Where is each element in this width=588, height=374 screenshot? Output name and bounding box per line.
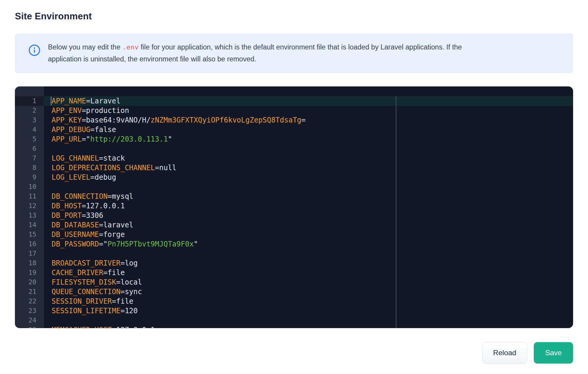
code-token-plain: =3306 — [82, 211, 103, 220]
editor-line[interactable]: 25MEMCACHED_HOST=127.0.0.1 — [15, 325, 573, 328]
code-token-key: LOG_LEVEL — [52, 173, 90, 181]
line-code[interactable]: FILESYSTEM_DISK=local — [44, 277, 573, 287]
code-token-plain: =local — [116, 278, 142, 286]
line-number: 8 — [15, 163, 44, 173]
editor-line[interactable]: 22SESSION_DRIVER=file — [15, 297, 573, 306]
line-number: 10 — [15, 182, 44, 192]
code-token-plain: " — [168, 135, 172, 143]
line-code[interactable] — [44, 249, 573, 258]
line-code[interactable]: DB_USERNAME=forge — [44, 230, 573, 239]
line-number: 19 — [15, 268, 44, 277]
code-token-plain: =base64:9vANO/H/ — [82, 116, 151, 124]
editor-line[interactable]: 20FILESYSTEM_DISK=local — [15, 277, 573, 287]
code-token-plain: = — [301, 116, 305, 124]
line-code[interactable]: LOG_LEVEL=debug — [44, 173, 573, 182]
code-token-plain: =file — [103, 269, 125, 277]
editor-line[interactable]: 9LOG_LEVEL=debug — [15, 173, 573, 182]
editor-line[interactable]: 2APP_ENV=production — [15, 106, 573, 115]
code-token-key: DB_HOST — [52, 202, 82, 210]
code-token-key: APP_DEBUG — [52, 125, 90, 134]
editor-line[interactable]: 10 — [15, 182, 573, 192]
code-token-plain: " — [194, 240, 198, 248]
line-number: 9 — [15, 173, 44, 182]
editor-line[interactable]: 6 — [15, 144, 573, 153]
editor-line[interactable]: 19CACHE_DRIVER=file — [15, 268, 573, 277]
editor-column-ruler — [396, 96, 396, 328]
code-token-plain: =debug — [90, 173, 116, 181]
line-code[interactable]: APP_ENV=production — [44, 106, 573, 115]
code-token-plain: =127.0.0.1 — [82, 202, 125, 210]
line-code[interactable]: SESSION_LIFETIME=120 — [44, 306, 573, 316]
line-number: 3 — [15, 115, 44, 125]
line-code[interactable]: LOG_CHANNEL=stack — [44, 153, 573, 163]
editor-line[interactable]: 8LOG_DEPRECATIONS_CHANNEL=null — [15, 163, 573, 173]
reload-button[interactable]: Reload — [482, 342, 528, 364]
line-code[interactable]: DB_DATABASE=laravel — [44, 220, 573, 230]
code-token-plain: =mysql — [108, 192, 134, 201]
line-code[interactable]: APP_KEY=base64:9vANO/H/zNZMm3GFXTXQyiOPf… — [44, 115, 573, 125]
line-code[interactable]: APP_URL="http://203.0.113.1" — [44, 134, 573, 144]
code-token-key: QUEUE_CONNECTION — [52, 288, 120, 296]
code-token-key: DB_PORT — [52, 211, 82, 220]
page-title: Site Environment — [15, 10, 573, 23]
line-number: 16 — [15, 239, 44, 249]
code-token-plain: =sync — [120, 288, 142, 296]
code-token-key: BROADCAST_DRIVER — [52, 259, 120, 267]
line-number: 17 — [15, 249, 44, 258]
line-code[interactable]: BROADCAST_DRIVER=log — [44, 258, 573, 268]
line-number: 14 — [15, 220, 44, 230]
line-code[interactable] — [44, 144, 573, 153]
line-code[interactable]: SESSION_DRIVER=file — [44, 297, 573, 306]
line-code[interactable]: DB_PASSWORD="Pn7H5PTbvt9MJQTa9F0x" — [44, 239, 573, 249]
code-token-plain: =stack — [99, 154, 125, 162]
line-code[interactable]: DB_CONNECTION=mysql — [44, 192, 573, 201]
code-token-key: APP_KEY — [52, 116, 82, 124]
line-code[interactable]: DB_PORT=3306 — [44, 211, 573, 220]
site-environment-page: Site Environment Below you may edit the … — [0, 10, 588, 364]
code-token-plain: =laravel — [99, 221, 134, 229]
code-token-key: SESSION_DRIVER — [52, 297, 112, 305]
editor-line[interactable]: 18BROADCAST_DRIVER=log — [15, 258, 573, 268]
action-bar: Reload Save — [15, 342, 573, 364]
editor-line[interactable]: 5APP_URL="http://203.0.113.1" — [15, 134, 573, 144]
editor-line[interactable]: 14DB_DATABASE=laravel — [15, 220, 573, 230]
line-number: 13 — [15, 211, 44, 220]
line-number: 21 — [15, 287, 44, 297]
editor-line[interactable]: 7LOG_CHANNEL=stack — [15, 153, 573, 163]
editor-line[interactable]: 17 — [15, 249, 573, 258]
editor-line[interactable]: 21QUEUE_CONNECTION=sync — [15, 287, 573, 297]
editor-line[interactable]: 15DB_USERNAME=forge — [15, 230, 573, 239]
line-number: 12 — [15, 201, 44, 211]
code-token-plain: =Laravel — [86, 97, 121, 105]
editor-line[interactable]: 23SESSION_LIFETIME=120 — [15, 306, 573, 316]
editor-line[interactable]: 4APP_DEBUG=false — [15, 125, 573, 134]
editor-line[interactable]: 12DB_HOST=127.0.0.1 — [15, 201, 573, 211]
editor-line[interactable]: 16DB_PASSWORD="Pn7H5PTbvt9MJQTa9F0x" — [15, 239, 573, 249]
editor-line[interactable]: 24 — [15, 316, 573, 325]
line-code[interactable]: DB_HOST=127.0.0.1 — [44, 201, 573, 211]
line-code[interactable]: APP_NAME=Laravel — [44, 96, 573, 106]
code-token-key: APP_URL — [52, 135, 82, 143]
line-code[interactable] — [44, 316, 573, 325]
line-number: 15 — [15, 230, 44, 239]
code-token-key: APP_ENV — [52, 106, 82, 115]
line-code[interactable]: QUEUE_CONNECTION=sync — [44, 287, 573, 297]
code-token-key: MEMCACHED_HOST — [52, 326, 112, 328]
editor-lines[interactable]: 1APP_NAME=Laravel2APP_ENV=production3APP… — [15, 86, 573, 328]
editor-line[interactable]: 11DB_CONNECTION=mysql — [15, 192, 573, 201]
editor-line[interactable]: 1APP_NAME=Laravel — [15, 96, 573, 106]
line-code[interactable] — [44, 182, 573, 192]
line-code[interactable]: MEMCACHED_HOST=127.0.0.1 — [44, 325, 573, 328]
code-token-string: http://203.0.113.1 — [90, 135, 168, 143]
code-token-plain: =production — [82, 106, 129, 115]
line-code[interactable]: CACHE_DRIVER=file — [44, 268, 573, 277]
line-number: 11 — [15, 192, 44, 201]
code-token-key: LOG_CHANNEL — [52, 154, 99, 162]
code-token-key: DB_USERNAME — [52, 230, 99, 239]
save-button[interactable]: Save — [534, 342, 573, 364]
editor-line[interactable]: 13DB_PORT=3306 — [15, 211, 573, 220]
line-code[interactable]: APP_DEBUG=false — [44, 125, 573, 134]
editor-line[interactable]: 3APP_KEY=base64:9vANO/H/zNZMm3GFXTXQyiOP… — [15, 115, 573, 125]
env-code-editor[interactable]: 1APP_NAME=Laravel2APP_ENV=production3APP… — [15, 86, 573, 328]
line-code[interactable]: LOG_DEPRECATIONS_CHANNEL=null — [44, 163, 573, 173]
